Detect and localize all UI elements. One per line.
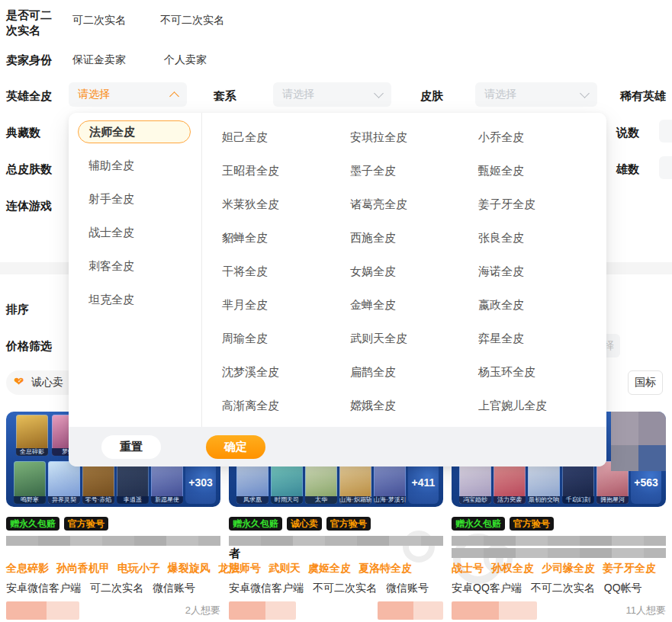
listing-meta-item: 安卓微信客户端 xyxy=(229,582,304,595)
dropdown-hero-option[interactable]: 海诺全皮 xyxy=(478,256,606,290)
series-select-placeholder: 请选择 xyxy=(282,88,314,101)
sincere-sell-chip-label: 诚心卖 xyxy=(31,376,63,390)
dropdown-hero-option[interactable]: 嫦娥全皮 xyxy=(350,390,478,424)
listing-tag-link[interactable]: 法师号 xyxy=(229,562,261,576)
skin-thumbnail-caption: 全息碎影 xyxy=(16,448,48,456)
listing-tag-link[interactable]: 姜子牙全皮 xyxy=(603,562,656,576)
listing-tag-link[interactable]: 电玩小子 xyxy=(117,562,160,576)
dropdown-category-option[interactable]: 战士全皮 xyxy=(69,216,201,249)
listing-badge: 官方验号 xyxy=(326,517,371,531)
listing-info: 赠永久包赔官方验号战士号孙权全皮少司缘全皮姜子牙全皮安卓QQ客户端不可二次实名Q… xyxy=(452,517,666,620)
dropdown-category-option[interactable]: 法师全皮 xyxy=(78,120,191,143)
skin-label: 皮肤 xyxy=(420,88,443,104)
series-select[interactable]: 请选择 xyxy=(273,82,391,107)
dropdown-category-option[interactable]: 刺客全皮 xyxy=(69,249,201,283)
wanted-count: 11人想要 xyxy=(626,604,667,617)
dropdown-hero-option[interactable]: 墨子全皮 xyxy=(350,156,478,189)
dropdown-hero-grid-column: 安琪拉全皮墨子全皮诸葛亮全皮西施全皮女娲全皮金蝉全皮武则天全皮扁鹊全皮嫦娥全皮 xyxy=(350,122,478,427)
dropdown-hero-option[interactable]: 姜子牙全皮 xyxy=(478,189,606,223)
dropdown-category-option[interactable]: 辅助全皮 xyxy=(69,149,201,182)
chevron-up-icon xyxy=(169,91,179,101)
option-can-realname[interactable]: 可二次实名 xyxy=(72,14,126,27)
listing-price-row xyxy=(229,601,443,620)
listing-price-row: 11人想要 xyxy=(452,601,666,620)
dropdown-hero-option[interactable]: 王昭君全皮 xyxy=(222,156,350,189)
listing-meta: 安卓微信客户端可二次实名微信账号 xyxy=(6,582,220,595)
dropdown-category-column: 法师全皮辅助全皮射手全皮战士全皮刺客全皮坦克全皮 xyxy=(69,113,202,427)
confirm-button[interactable]: 确定 xyxy=(206,435,265,459)
skin-thumbnail-caption: 拥抱星河 xyxy=(596,496,629,504)
skin-thumbnail-caption: 异界灵契 xyxy=(48,496,80,504)
dropdown-hero-option[interactable]: 嬴政全皮 xyxy=(478,290,606,323)
dropdown-hero-option[interactable]: 米莱狄全皮 xyxy=(222,189,350,223)
skin-thumbnail-caption: 最初的交响 xyxy=(528,496,560,504)
dropdown-hero-option[interactable]: 妲己全皮 xyxy=(222,122,350,156)
listing-badge: 赠永久包赔 xyxy=(452,517,505,531)
dropdown-hero-option[interactable]: 高渐离全皮 xyxy=(222,390,350,424)
dropdown-hero-option[interactable]: 杨玉环全皮 xyxy=(478,357,606,390)
skin-thumbnail-caption: 新愿星使 xyxy=(151,496,183,504)
skin-thumbnail: 鸣野寒 xyxy=(14,461,46,504)
listing-tag-link[interactable]: 孙权全皮 xyxy=(491,562,534,576)
dropdown-hero-option[interactable]: 小乔全皮 xyxy=(478,122,606,156)
dropdown-hero-option[interactable]: 干将全皮 xyxy=(222,256,350,290)
dropdown-hero-option[interactable]: 上官婉儿全皮 xyxy=(478,390,606,424)
listing-tag-link[interactable]: 虞姬全皮 xyxy=(308,562,351,576)
skin-select[interactable]: 请选择 xyxy=(475,82,597,107)
redacted-price-block xyxy=(229,601,296,620)
censored-thumbnails xyxy=(611,412,666,471)
dropdown-hero-option[interactable]: 安琪拉全皮 xyxy=(350,122,478,156)
listing-tags: 全息碎影孙尚香机甲电玩小子爆裂旋风龙胆 xyxy=(6,562,220,576)
dropdown-hero-option[interactable]: 武则天全皮 xyxy=(350,323,478,357)
listing-tag-link[interactable]: 孙尚香机甲 xyxy=(56,562,110,576)
national-standard-chip[interactable]: 国标 xyxy=(628,370,663,395)
marketplace-filter-page: 是否可二次实名 可二次实名 不可二次实名 卖家身份 保证金卖家 个人卖家 英雄全… xyxy=(0,0,672,622)
listing-tag-link[interactable]: 夏洛特全皮 xyxy=(359,562,412,576)
reset-button[interactable]: 重置 xyxy=(101,435,161,459)
listing-title-redacted: 者 xyxy=(229,536,443,559)
option-cannot-realname[interactable]: 不可二次实名 xyxy=(160,14,224,27)
listing-meta-item: QQ帐号 xyxy=(604,582,642,595)
dropdown-hero-option[interactable]: 张良全皮 xyxy=(478,223,606,256)
skin-thumbnail-caption: 时雨天司 xyxy=(271,496,303,504)
listing-tag-link[interactable]: 爆裂旋风 xyxy=(168,562,211,576)
dropdown-hero-option[interactable]: 弈星全皮 xyxy=(478,323,606,357)
listing-badge: 官方验号 xyxy=(64,517,108,531)
listing-tag-link[interactable]: 战士号 xyxy=(452,562,484,576)
dropdown-hero-option[interactable]: 女娲全皮 xyxy=(350,256,478,290)
skin-thumbnail: 全息碎影 xyxy=(16,415,48,456)
skin-thumbnail: 山海·炽霜斩 xyxy=(339,461,371,504)
censored-block xyxy=(611,445,638,471)
dropdown-hero-option[interactable]: 芈月全皮 xyxy=(222,290,350,323)
dropdown-hero-option[interactable]: 貂蝉全皮 xyxy=(222,223,350,256)
listing-info: 赠永久包赔官方验号全息碎影孙尚香机甲电玩小子爆裂旋风龙胆安卓微信客户端可二次实名… xyxy=(6,517,220,620)
listing-tag-link[interactable]: 武则天 xyxy=(268,562,301,576)
dropdown-hero-option[interactable]: 金蝉全皮 xyxy=(350,290,478,323)
dropdown-category-option[interactable]: 射手全皮 xyxy=(69,182,201,216)
rare-hero-label: 稀有英雄 xyxy=(620,88,666,104)
dropdown-hero-option[interactable]: 诸葛亮全皮 xyxy=(350,189,478,223)
redacted-price-block xyxy=(6,601,79,620)
dropdown-hero-option[interactable]: 扁鹊全皮 xyxy=(350,357,478,390)
option-personal-seller[interactable]: 个人卖家 xyxy=(164,53,207,67)
option-deposit-seller[interactable]: 保证金卖家 xyxy=(72,53,126,67)
legend-count-input[interactable] xyxy=(659,120,672,143)
collection-count-label: 典藏数 xyxy=(6,125,40,140)
listing-tag-link[interactable]: 少司缘全皮 xyxy=(542,562,595,576)
more-skins-count-tile: +303 xyxy=(185,461,216,504)
dropdown-category-option[interactable]: 坦克全皮 xyxy=(69,283,201,316)
dropdown-hero-option[interactable]: 周瑜全皮 xyxy=(222,323,350,357)
skin-thumbnail-caption: 李逍遥 xyxy=(117,496,149,504)
listing-title-redacted xyxy=(452,536,666,559)
skin-thumbnail: 时雨天司 xyxy=(271,461,303,504)
hero-count-input[interactable] xyxy=(659,156,672,179)
listing-meta-item: 不可二次实名 xyxy=(313,582,377,595)
listing-tags: 法师号武则天虞姬全皮夏洛特全皮 xyxy=(229,562,443,576)
dropdown-hero-option[interactable]: 沈梦溪全皮 xyxy=(222,357,350,390)
dropdown-hero-option[interactable]: 西施全皮 xyxy=(350,223,478,256)
hero-fullskin-select[interactable]: 请选择 xyxy=(69,82,187,107)
listing-meta-item: 微信账号 xyxy=(153,582,195,595)
dropdown-hero-option[interactable]: 甄姬全皮 xyxy=(478,156,606,189)
redacted-title-bar xyxy=(6,536,220,546)
listing-tag-link[interactable]: 全息碎影 xyxy=(6,562,49,576)
